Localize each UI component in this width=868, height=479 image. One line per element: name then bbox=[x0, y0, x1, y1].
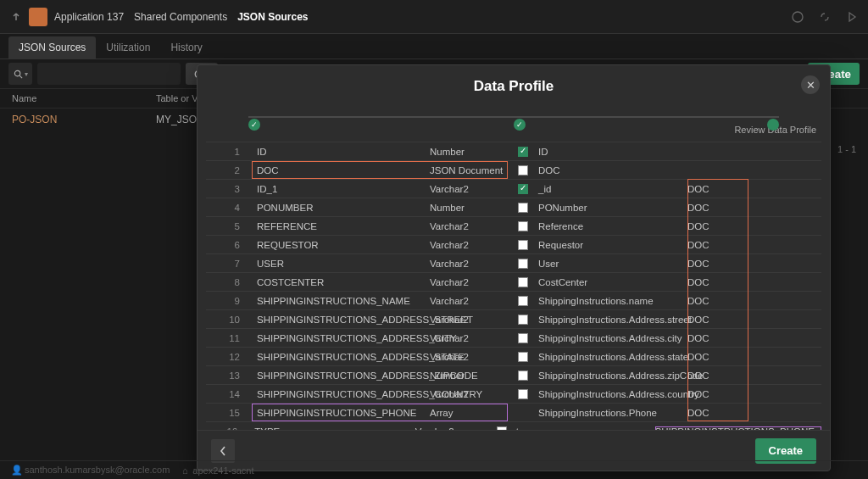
row-type: JSON Document bbox=[430, 165, 508, 175]
search-input[interactable] bbox=[37, 63, 181, 85]
row-selector: ShippingInstructions.Address.zipCode bbox=[538, 370, 687, 381]
checkbox[interactable] bbox=[497, 426, 507, 431]
tab-utilization[interactable]: Utilization bbox=[96, 36, 160, 58]
row-index: 2 bbox=[206, 165, 252, 175]
row-column-name: SHIPPINGINSTRUCTIONS_ADDRESS_COUNTRY bbox=[252, 389, 430, 399]
row-type: Varchar2 bbox=[430, 277, 508, 287]
checkbox[interactable] bbox=[518, 184, 528, 194]
profile-row[interactable]: 3ID_1Varchar2_idDOC bbox=[206, 179, 821, 198]
row-type: Varchar2 bbox=[415, 426, 488, 431]
row-type: Array bbox=[430, 408, 508, 418]
back-button[interactable] bbox=[211, 439, 235, 463]
checkbox[interactable] bbox=[518, 370, 528, 381]
row-checkbox-cell bbox=[508, 165, 538, 175]
row-source: DOC bbox=[687, 203, 821, 213]
row-column-name: SHIPPINGINSTRUCTIONS_ADDRESS_ZIPCODE bbox=[252, 370, 430, 381]
row-selector: ShippingInstructions.Address.street bbox=[538, 315, 687, 325]
up-arrow-icon[interactable] bbox=[8, 9, 24, 25]
profile-row[interactable]: 8COSTCENTERVarchar2CostCenterDOC bbox=[206, 272, 821, 291]
row-type: Varchar2 bbox=[430, 259, 508, 269]
link-icon[interactable] bbox=[817, 9, 832, 25]
play-icon[interactable] bbox=[844, 9, 860, 25]
profile-row[interactable]: 6REQUESTORVarchar2RequestorDOC bbox=[206, 235, 821, 253]
checkbox[interactable] bbox=[518, 277, 528, 287]
profile-row[interactable]: 5REFERENCEVarchar2ReferenceDOC bbox=[206, 216, 821, 235]
checkbox[interactable] bbox=[518, 352, 528, 362]
checkbox[interactable] bbox=[518, 333, 528, 343]
checkbox[interactable] bbox=[518, 147, 528, 157]
profile-row[interactable]: 15SHIPPINGINSTRUCTIONS_PHONEArrayShippin… bbox=[206, 403, 821, 421]
row-source: DOC bbox=[687, 259, 821, 269]
bg-row-name: PO-JSON bbox=[12, 114, 156, 125]
row-source: DOC bbox=[687, 315, 821, 325]
checkbox[interactable] bbox=[518, 296, 528, 306]
profile-row[interactable]: 2DOCJSON DocumentDOC bbox=[206, 160, 821, 179]
row-type: Varchar2 bbox=[430, 240, 508, 250]
row-checkbox-cell bbox=[508, 277, 538, 287]
row-column-name: REFERENCE bbox=[252, 221, 430, 231]
row-checkbox-cell bbox=[508, 203, 538, 213]
row-index: 15 bbox=[206, 408, 252, 418]
profile-row[interactable]: 11SHIPPINGINSTRUCTIONS_ADDRESS_CITYVarch… bbox=[206, 328, 821, 347]
tab-bar: JSON Sources Utilization History bbox=[0, 34, 868, 59]
chevron-left-icon bbox=[220, 446, 226, 456]
profile-row[interactable]: 16TYPEVarchar2typeSHIPPINGINSTRUCTIONS_P… bbox=[206, 421, 821, 430]
row-checkbox-cell bbox=[508, 184, 538, 194]
row-column-name: COSTCENTER bbox=[252, 277, 430, 287]
step-1-dot[interactable]: ✓ bbox=[248, 119, 260, 131]
checkbox[interactable] bbox=[518, 165, 528, 175]
tab-json-sources[interactable]: JSON Sources bbox=[8, 36, 96, 58]
breadcrumb-item-json[interactable]: JSON Sources bbox=[237, 11, 308, 23]
checkbox[interactable] bbox=[518, 240, 528, 250]
row-selector: CostCenter bbox=[538, 277, 687, 287]
row-column-name: SHIPPINGINSTRUCTIONS_ADDRESS_STATE bbox=[252, 352, 430, 362]
row-type: Number bbox=[430, 147, 508, 157]
profile-row[interactable]: 10SHIPPINGINSTRUCTIONS_ADDRESS_STREETVar… bbox=[206, 309, 821, 328]
row-source: DOC bbox=[687, 370, 821, 381]
row-column-name: PONUMBER bbox=[252, 203, 430, 213]
checkbox[interactable] bbox=[518, 389, 528, 399]
row-source: DOC bbox=[687, 240, 821, 250]
step-3-dot[interactable] bbox=[767, 119, 779, 131]
modal-body[interactable]: 1IDNumberID2DOCJSON DocumentDOC3ID_1Varc… bbox=[198, 142, 830, 430]
breadcrumb-item-shared[interactable]: Shared Components bbox=[134, 11, 227, 23]
step-2-dot[interactable]: ✓ bbox=[514, 119, 526, 131]
profile-row[interactable]: 4PONUMBERNumberPONumberDOC bbox=[206, 198, 821, 216]
create-button-modal[interactable]: Create bbox=[755, 438, 816, 464]
row-type: Number bbox=[430, 370, 508, 381]
user-label: 👤santhosh.kumarsbysk@oracle.com bbox=[12, 465, 170, 476]
row-selector: ShippingInstructions.Address.country bbox=[538, 389, 687, 399]
row-checkbox-cell bbox=[508, 333, 538, 343]
row-column-name: SHIPPINGINSTRUCTIONS_NAME bbox=[252, 296, 430, 306]
row-count: 1 - 1 bbox=[837, 144, 856, 154]
profile-row[interactable]: 13SHIPPINGINSTRUCTIONS_ADDRESS_ZIPCODENu… bbox=[206, 365, 821, 384]
checkbox[interactable] bbox=[518, 259, 528, 269]
row-source: DOC bbox=[687, 408, 821, 418]
row-selector: DOC bbox=[538, 165, 687, 175]
app-icon bbox=[29, 8, 47, 26]
tab-history[interactable]: History bbox=[160, 36, 212, 58]
chat-icon[interactable] bbox=[790, 9, 805, 25]
row-checkbox-cell bbox=[508, 389, 538, 399]
row-type: Varchar2 bbox=[430, 184, 508, 194]
row-selector: ShippingInstructions.Address.city bbox=[538, 333, 687, 343]
close-icon[interactable]: ✕ bbox=[801, 75, 820, 94]
checkbox[interactable] bbox=[518, 315, 528, 325]
checkbox[interactable] bbox=[518, 203, 528, 213]
row-selector: PONumber bbox=[538, 203, 687, 213]
row-column-name: REQUESTOR bbox=[252, 240, 430, 250]
profile-row[interactable]: 7USERVarchar2UserDOC bbox=[206, 253, 821, 272]
row-selector: User bbox=[538, 259, 687, 269]
col-name-header[interactable]: Name bbox=[12, 93, 156, 103]
profile-row[interactable]: 14SHIPPINGINSTRUCTIONS_ADDRESS_COUNTRYVa… bbox=[206, 384, 821, 403]
row-index: 6 bbox=[206, 240, 252, 250]
row-type: Varchar2 bbox=[430, 296, 508, 306]
checkbox[interactable] bbox=[518, 221, 528, 231]
profile-row[interactable]: 12SHIPPINGINSTRUCTIONS_ADDRESS_STATEVarc… bbox=[206, 347, 821, 365]
search-dropdown[interactable] bbox=[8, 63, 32, 85]
profile-row[interactable]: 1IDNumberID bbox=[206, 142, 821, 160]
profile-row[interactable]: 9SHIPPINGINSTRUCTIONS_NAMEVarchar2Shippi… bbox=[206, 291, 821, 309]
row-index: 7 bbox=[206, 259, 252, 269]
row-selector: Reference bbox=[538, 221, 687, 231]
breadcrumb-item-app[interactable]: Application 137 bbox=[54, 11, 124, 23]
